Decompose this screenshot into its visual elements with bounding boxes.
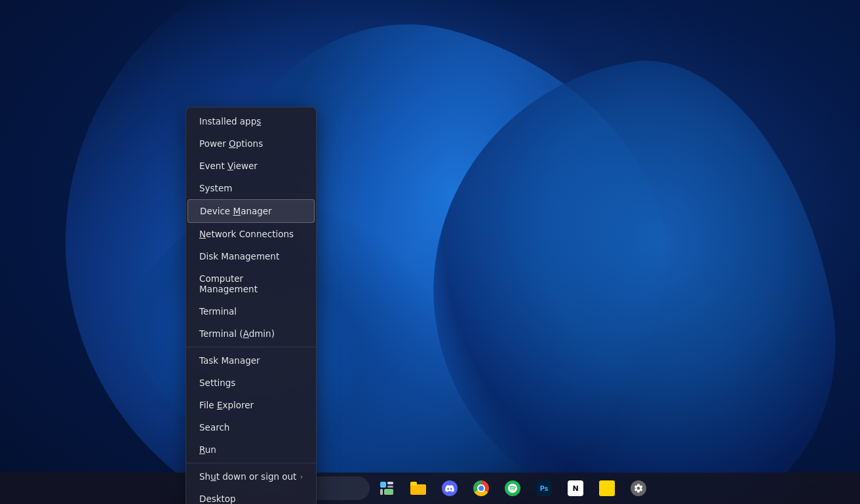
file-explorer-icon (410, 482, 426, 495)
menu-item-device-manager[interactable]: Device Manager (187, 199, 315, 223)
svg-rect-4 (384, 489, 393, 495)
menu-item-terminal[interactable]: Terminal (186, 300, 316, 322)
menu-item-terminal-admin[interactable]: Terminal (Admin) (186, 322, 316, 345)
taskbar-file-explorer-button[interactable] (404, 474, 433, 503)
taskbar-widgets-button[interactable] (372, 474, 401, 503)
chrome-icon (473, 480, 489, 496)
taskbar-spotify-button[interactable] (498, 474, 527, 503)
context-menu: Installed apps Power Options Event Viewe… (186, 107, 317, 504)
menu-item-event-viewer[interactable]: Event Viewer (186, 155, 316, 177)
settings-gear-icon (631, 480, 646, 496)
svg-rect-1 (387, 482, 393, 484)
taskbar-discord-button[interactable] (435, 474, 464, 503)
menu-item-installed-apps[interactable]: Installed apps (186, 110, 316, 132)
menu-item-task-manager[interactable]: Task Manager (186, 349, 316, 372)
menu-item-power-options[interactable]: Power Options (186, 132, 316, 155)
sticky-notes-icon (599, 480, 615, 496)
svg-rect-0 (380, 482, 386, 488)
menu-item-run[interactable]: Run (186, 438, 316, 461)
taskbar: Search (0, 473, 860, 504)
menu-item-computer-management[interactable]: Computer Management (186, 267, 316, 300)
menu-divider-2 (186, 463, 316, 463)
menu-item-disk-management[interactable]: Disk Management (186, 245, 316, 267)
menu-item-desktop[interactable]: Desktop (186, 488, 316, 504)
taskbar-settings-button[interactable] (624, 474, 653, 503)
menu-item-settings[interactable]: Settings (186, 372, 316, 394)
desktop: Installed apps Power Options Event Viewe… (0, 0, 860, 504)
taskbar-chrome-button[interactable] (467, 474, 496, 503)
notion-icon: N (568, 480, 583, 496)
discord-icon (442, 480, 458, 496)
spotify-icon (505, 480, 520, 496)
taskbar-sticky-notes-button[interactable] (593, 474, 621, 503)
widgets-icon (380, 481, 394, 495)
svg-rect-3 (380, 489, 383, 495)
menu-item-file-explorer[interactable]: File Explorer (186, 394, 316, 416)
photoshop-icon: Ps (536, 480, 552, 496)
taskbar-photoshop-button[interactable]: Ps (530, 474, 558, 503)
menu-item-network-connections[interactable]: Network Connections (186, 223, 316, 245)
chevron-right-icon: › (300, 473, 303, 480)
menu-item-search[interactable]: Search (186, 416, 316, 438)
menu-item-system[interactable]: System (186, 177, 316, 199)
taskbar-notion-button[interactable]: N (561, 474, 590, 503)
menu-item-shut-down[interactable]: Shut down or sign out › (186, 465, 316, 488)
menu-divider-1 (186, 347, 316, 347)
svg-rect-2 (387, 486, 393, 488)
